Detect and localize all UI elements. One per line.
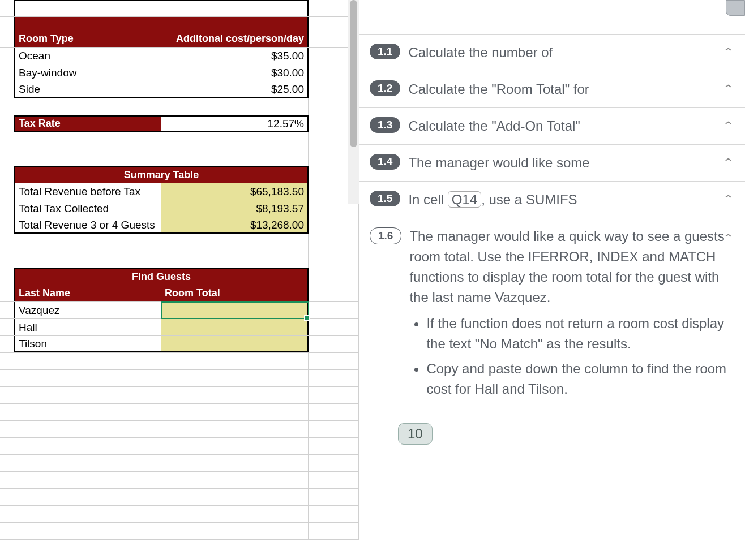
- task-badge: 1.1: [370, 44, 400, 59]
- roomtype-cell[interactable]: Side: [14, 81, 161, 98]
- scrollbar-thumb[interactable]: [350, 0, 357, 147]
- task-badge-outline: 1.6: [370, 227, 401, 244]
- task-text: Calculate the "Room Total" for: [408, 79, 716, 100]
- findguests-header-total: Room Total: [161, 285, 309, 301]
- cell-reference: Q14: [448, 191, 481, 208]
- guest-total-cell[interactable]: [161, 336, 309, 352]
- task-item[interactable]: 1.2 Calculate the "Room Total" for ⌃: [359, 71, 745, 107]
- task-bullet: If the function does not return a room c…: [426, 313, 733, 354]
- roomtype-cost-cell[interactable]: $25.00: [161, 81, 309, 98]
- summary-value[interactable]: $8,193.57: [161, 200, 309, 217]
- task-item[interactable]: 1.4 The manager would like some ⌃: [359, 144, 745, 181]
- roomtype-header-type: Room Type: [14, 17, 161, 47]
- task-badge: 1.5: [370, 191, 400, 206]
- task-item[interactable]: 1.5 In cell Q14, use a SUMIFS ⌃: [359, 181, 745, 218]
- panel-corner-button[interactable]: [726, 0, 745, 16]
- summary-label[interactable]: Total Revenue before Tax: [14, 183, 161, 200]
- taxrate-value[interactable]: 12.57%: [161, 115, 309, 132]
- chevron-up-icon: ⌃: [722, 193, 734, 205]
- task-text: The manager would like a quick way to se…: [409, 226, 733, 404]
- task-item-expanded[interactable]: 1.6 The manager would like a quick way t…: [359, 218, 745, 453]
- task-badge: 1.3: [370, 117, 400, 133]
- roomtype-header-cost: Additonal cost/person/day: [161, 17, 309, 47]
- findguests-title: Find Guests: [14, 268, 309, 285]
- roomtype-cost-cell[interactable]: $35.00: [161, 48, 309, 64]
- findguests-header-name: Last Name: [14, 285, 161, 301]
- vertical-scrollbar[interactable]: [348, 0, 359, 204]
- task-bullet-list: If the function does not return a room c…: [409, 313, 733, 399]
- task-text: Calculate the "Add-On Total": [408, 116, 716, 136]
- summary-label[interactable]: Total Revenue 3 or 4 Guests: [14, 217, 161, 234]
- spreadsheet-pane[interactable]: Room Type Additonal cost/person/day Ocea…: [0, 0, 359, 560]
- guest-name-cell[interactable]: Tilson: [14, 336, 161, 352]
- chevron-up-icon: ⌃: [722, 83, 734, 95]
- task-text: In cell Q14, use a SUMIFS: [408, 189, 716, 210]
- task-text: The manager would like some: [408, 153, 716, 173]
- task-item[interactable]: 1.3 Calculate the "Add-On Total" ⌃: [359, 107, 745, 144]
- task-item[interactable]: 1.1 Calculate the number of ⌃: [359, 34, 745, 71]
- task-badge: 1.2: [370, 80, 400, 96]
- task-badge: 1.4: [370, 154, 400, 170]
- roomtype-cost-cell[interactable]: $30.00: [161, 64, 309, 81]
- taxrate-label: Tax Rate: [14, 115, 161, 132]
- instructions-pane: 1.1 Calculate the number of ⌃ 1.2 Calcul…: [359, 0, 745, 560]
- summary-title: Summary Table: [14, 166, 309, 183]
- roomtype-cell[interactable]: Ocean: [14, 48, 161, 64]
- roomtype-cell[interactable]: Bay-window: [14, 64, 161, 81]
- guest-total-cell-selected[interactable]: [161, 302, 309, 318]
- summary-value[interactable]: $65,183.50: [161, 183, 309, 200]
- guest-name-cell[interactable]: Vazquez: [14, 302, 161, 318]
- summary-value[interactable]: $13,268.00: [161, 217, 309, 234]
- guest-name-cell[interactable]: Hall: [14, 319, 161, 335]
- task-bullet: Copy and paste down the column to find t…: [426, 359, 733, 399]
- chevron-up-icon: ⌃: [722, 119, 734, 132]
- summary-label[interactable]: Total Tax Collected: [14, 200, 161, 217]
- chevron-up-icon: ⌃: [722, 46, 734, 58]
- points-badge: 10: [398, 423, 433, 445]
- task-text: Calculate the number of: [408, 42, 716, 63]
- guest-total-cell[interactable]: [161, 319, 309, 335]
- chevron-up-icon: ⌃: [722, 156, 734, 169]
- chevron-up-icon: ⌃: [722, 232, 734, 244]
